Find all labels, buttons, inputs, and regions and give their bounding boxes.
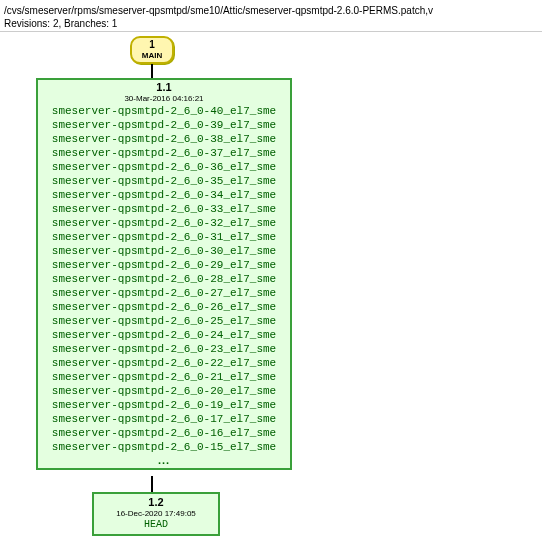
connector-main-to-11 bbox=[151, 64, 153, 78]
revision-node-1.1[interactable]: 1.1 30-Mar-2016 04:16:21 smeserver-qpsmt… bbox=[36, 78, 292, 470]
revision-tag: smeserver-qpsmtpd-2_6_0-32_el7_sme bbox=[38, 216, 290, 230]
revision-tag: smeserver-qpsmtpd-2_6_0-25_el7_sme bbox=[38, 314, 290, 328]
revision-tag: smeserver-qpsmtpd-2_6_0-35_el7_sme bbox=[38, 174, 290, 188]
revision-tag: smeserver-qpsmtpd-2_6_0-39_el7_sme bbox=[38, 118, 290, 132]
revision-tag: smeserver-qpsmtpd-2_6_0-37_el7_sme bbox=[38, 146, 290, 160]
revision-tag: smeserver-qpsmtpd-2_6_0-26_el7_sme bbox=[38, 300, 290, 314]
revision-date: 30-Mar-2016 04:16:21 bbox=[38, 94, 290, 104]
connector-11-to-12 bbox=[151, 476, 153, 492]
revision-tag: smeserver-qpsmtpd-2_6_0-16_el7_sme bbox=[38, 426, 290, 440]
revision-tag: smeserver-qpsmtpd-2_6_0-22_el7_sme bbox=[38, 356, 290, 370]
revision-tag: smeserver-qpsmtpd-2_6_0-15_el7_sme bbox=[38, 440, 290, 454]
revision-tag-list: smeserver-qpsmtpd-2_6_0-40_el7_smesmeser… bbox=[38, 104, 290, 454]
revision-tag: smeserver-qpsmtpd-2_6_0-40_el7_sme bbox=[38, 104, 290, 118]
header-divider bbox=[0, 31, 542, 32]
revision-tag: smeserver-qpsmtpd-2_6_0-28_el7_sme bbox=[38, 272, 290, 286]
revision-tag: smeserver-qpsmtpd-2_6_0-21_el7_sme bbox=[38, 370, 290, 384]
tags-ellipsis: ... bbox=[38, 454, 290, 466]
revision-tag: smeserver-qpsmtpd-2_6_0-24_el7_sme bbox=[38, 328, 290, 342]
branch-node-main[interactable]: 1 MAIN bbox=[130, 36, 174, 64]
cvs-graph-canvas: /cvs/smeserver/rpms/smeserver-qpsmtpd/sm… bbox=[0, 0, 542, 543]
revision-title: 1.1 bbox=[38, 81, 290, 94]
revision-tag: smeserver-qpsmtpd-2_6_0-29_el7_sme bbox=[38, 258, 290, 272]
file-path: /cvs/smeserver/rpms/smeserver-qpsmtpd/sm… bbox=[4, 5, 433, 16]
branch-number: 1 bbox=[132, 38, 172, 51]
revision-tag: smeserver-qpsmtpd-2_6_0-19_el7_sme bbox=[38, 398, 290, 412]
revision-tag: smeserver-qpsmtpd-2_6_0-30_el7_sme bbox=[38, 244, 290, 258]
revision-tag: smeserver-qpsmtpd-2_6_0-38_el7_sme bbox=[38, 132, 290, 146]
revision-tag: smeserver-qpsmtpd-2_6_0-34_el7_sme bbox=[38, 188, 290, 202]
revision-tag: smeserver-qpsmtpd-2_6_0-27_el7_sme bbox=[38, 286, 290, 300]
revisions-summary: Revisions: 2, Branches: 1 bbox=[4, 18, 117, 29]
revision-title: 1.2 bbox=[94, 496, 218, 509]
revision-head: HEAD bbox=[94, 519, 218, 531]
revision-date: 16-Dec-2020 17:49:05 bbox=[94, 509, 218, 519]
revision-tag: smeserver-qpsmtpd-2_6_0-17_el7_sme bbox=[38, 412, 290, 426]
revision-tag: smeserver-qpsmtpd-2_6_0-36_el7_sme bbox=[38, 160, 290, 174]
revision-tag: smeserver-qpsmtpd-2_6_0-33_el7_sme bbox=[38, 202, 290, 216]
revision-tag: smeserver-qpsmtpd-2_6_0-20_el7_sme bbox=[38, 384, 290, 398]
revision-tag: smeserver-qpsmtpd-2_6_0-31_el7_sme bbox=[38, 230, 290, 244]
revision-tag: smeserver-qpsmtpd-2_6_0-23_el7_sme bbox=[38, 342, 290, 356]
branch-name: MAIN bbox=[132, 51, 172, 61]
revision-node-1.2[interactable]: 1.2 16-Dec-2020 17:49:05 HEAD bbox=[92, 492, 220, 536]
